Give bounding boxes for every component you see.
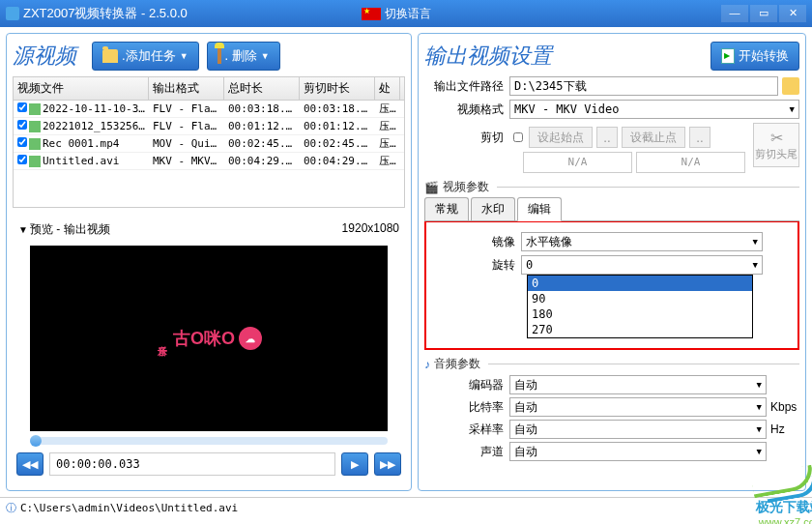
video-preview[interactable]: 音乐 古O咪O ☁ — [30, 246, 388, 431]
preview-resolution: 1920x1080 — [342, 221, 399, 238]
set-end-button[interactable]: 设截止点 — [622, 127, 685, 148]
encoder-label: 编码器 — [424, 377, 509, 393]
status-path: C:\Users\admin\Videos\Untitled.avi — [20, 502, 238, 514]
rotate-select[interactable]: 0 ▼ — [521, 255, 763, 275]
preview-brand: 音乐 古O咪O ☁ — [156, 327, 262, 350]
table-row[interactable]: 20221012_153256..FLV - Flas..00:01:12...… — [14, 118, 404, 135]
cut-label: 剪切 — [424, 130, 509, 146]
set-start-button[interactable]: 设起始点 — [529, 127, 593, 148]
titlebar: ZXT2007视频转换器 - 2.5.0.0 切换语言 — ▭ ✕ — [0, 0, 812, 27]
rotate-option[interactable]: 180 — [528, 306, 752, 322]
app-icon — [6, 7, 19, 20]
video-file-icon — [29, 156, 41, 167]
app-title: ZXT2007视频转换器 - 2.5.0.0 — [23, 5, 188, 22]
bitrate-label: 比特率 — [424, 399, 509, 416]
rotate-option[interactable]: 270 — [528, 322, 752, 337]
video-file-icon — [29, 121, 41, 132]
mirror-select[interactable]: 水平镜像 ▼ — [521, 232, 763, 251]
output-title: 输出视频设置 — [424, 42, 552, 71]
table-row[interactable]: Untitled.aviMKV - MKV ..00:04:29...00:04… — [14, 153, 404, 170]
col-cut[interactable]: 剪切时长 — [300, 77, 375, 100]
forward-button[interactable]: ▶▶ — [374, 452, 401, 476]
row-checkbox[interactable] — [17, 137, 27, 147]
source-table: 视频文件 输出格式 总时长 剪切时长 处 2022-10-11-10-3...F… — [13, 76, 405, 208]
folder-icon — [102, 49, 118, 63]
output-path-label: 输出文件路径 — [424, 78, 509, 95]
video-file-icon — [29, 103, 41, 115]
seek-thumb[interactable] — [30, 435, 42, 447]
video-format-label: 视频格式 — [424, 102, 509, 118]
time-display: 00:00:00.033 — [49, 452, 335, 476]
browse-button[interactable] — [782, 77, 799, 95]
info-icon: ⓘ — [6, 501, 16, 515]
maximize-button[interactable]: ▭ — [750, 5, 777, 22]
end-more-button[interactable]: .. — [689, 127, 710, 148]
chevron-down-icon: ▼ — [261, 51, 270, 61]
language-switch[interactable]: 切换语言 — [362, 6, 431, 22]
samplerate-select[interactable]: 自动▼ — [509, 420, 767, 439]
rotate-dropdown[interactable]: 090180270 — [527, 275, 753, 338]
row-checkbox[interactable] — [17, 155, 27, 164]
trim-button[interactable]: ✂ 剪切头尾 — [753, 123, 799, 167]
video-tabs: 常规 水印 编辑 — [424, 197, 799, 221]
source-title: 源视频 — [13, 42, 76, 71]
flag-icon — [362, 8, 381, 20]
row-checkbox[interactable] — [17, 120, 27, 130]
samplerate-label: 采样率 — [424, 422, 509, 438]
end-time-display: N/A — [636, 152, 745, 173]
col-format[interactable]: 输出格式 — [149, 77, 224, 100]
col-total[interactable]: 总时长 — [224, 77, 300, 100]
bitrate-select[interactable]: 自动▼ — [509, 397, 767, 417]
channels-label: 声道 — [424, 444, 509, 460]
row-checkbox[interactable] — [17, 102, 27, 112]
scissors-icon: ✂ — [770, 129, 783, 147]
video-file-icon — [29, 138, 41, 150]
play-doc-icon — [721, 48, 735, 64]
chevron-down-icon: ▼ — [753, 260, 758, 270]
chevron-down-icon: ▼ — [753, 237, 758, 247]
tab-edit[interactable]: 编辑 — [517, 197, 562, 221]
statusbar: ⓘ C:\Users\admin\Videos\Untitled.avi — [0, 497, 812, 518]
mirror-label: 镜像 — [436, 234, 521, 250]
chevron-down-icon: ▼ — [180, 51, 188, 61]
video-icon: 🎬 — [424, 181, 439, 194]
rotate-value: 0 — [526, 258, 533, 272]
seek-slider[interactable] — [30, 437, 388, 445]
start-label: 开始转换 — [739, 47, 789, 65]
preview-label[interactable]: ▼预览 - 输出视频 — [18, 221, 110, 238]
arrow-down-icon: ▼ — [18, 224, 28, 235]
play-button[interactable]: ▶ — [341, 452, 368, 476]
chevron-down-icon: ▼ — [790, 104, 795, 114]
bitrate-unit: Kbps — [767, 400, 799, 414]
window-buttons: — ▭ ✕ — [719, 5, 806, 22]
rotate-option[interactable]: 90 — [528, 291, 752, 306]
table-body: 2022-10-11-10-3...FLV - Flas..00:03:18..… — [14, 101, 404, 207]
output-path-input[interactable] — [509, 76, 778, 96]
start-more-button[interactable]: .. — [596, 127, 618, 148]
cut-checkbox[interactable] — [513, 132, 523, 142]
minimize-button[interactable]: — — [721, 5, 748, 22]
rotate-label: 旋转 — [436, 257, 521, 274]
table-row[interactable]: Rec 0001.mp4MOV - Quic..00:02:45...00:02… — [14, 135, 404, 153]
start-convert-button[interactable]: 开始转换 — [710, 42, 799, 71]
rotate-option[interactable]: 0 — [528, 276, 752, 291]
channels-select[interactable]: 自动▼ — [509, 442, 767, 461]
edit-tab-content: 镜像 水平镜像 ▼ 旋转 0 ▼ 090180270 — [424, 220, 799, 350]
video-format-select[interactable]: MKV - MKV Video ▼ — [509, 100, 799, 119]
close-button[interactable]: ✕ — [779, 5, 806, 22]
tab-watermark[interactable]: 水印 — [471, 197, 515, 220]
start-time-display: N/A — [523, 152, 632, 173]
col-file[interactable]: 视频文件 — [14, 77, 149, 100]
samplerate-unit: Hz — [767, 422, 799, 436]
playback-controls: ◀◀ 00:00:00.033 ▶ ▶▶ — [13, 447, 405, 481]
encoder-select[interactable]: 自动▼ — [509, 375, 767, 394]
delete-button[interactable]: . 删除 ▼ — [207, 42, 280, 71]
video-format-value: MKV - MKV Video — [514, 102, 619, 116]
col-proc[interactable]: 处 — [375, 77, 400, 100]
table-row[interactable]: 2022-10-11-10-3...FLV - Flas..00:03:18..… — [14, 101, 404, 118]
tab-normal[interactable]: 常规 — [424, 197, 469, 220]
add-task-button[interactable]: .添加任务 ▼ — [92, 42, 199, 71]
rewind-button[interactable]: ◀◀ — [16, 452, 44, 476]
source-panel: 源视频 .添加任务 ▼ . 删除 ▼ 视频文件 输出格式 总时长 剪切时长 处 … — [6, 33, 412, 491]
language-label: 切换语言 — [385, 6, 431, 22]
